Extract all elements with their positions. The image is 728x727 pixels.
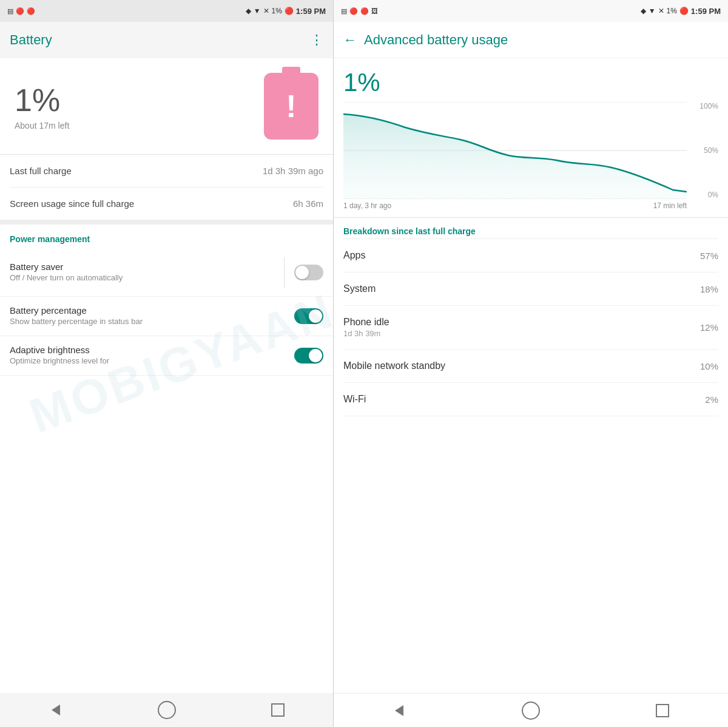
nav-home-right[interactable] [513, 694, 549, 728]
battery-percent: 1% [15, 82, 69, 118]
left-panel: ▤ 🔴 🔴 ◆ ▼ ✕ 1% 🔴 1:59 PM Battery ⋮ 1% Ab… [0, 0, 334, 727]
chart-label-0: 0% [692, 191, 718, 199]
notification-icon-r1: ▤ [341, 7, 347, 15]
nav-back-left-icon [52, 705, 60, 715]
pm-row-battery-saver: Battery saver Off / Never turn on automa… [0, 249, 333, 297]
breakdown-row-system[interactable]: System 18% [343, 272, 718, 306]
breakdown-apps-label: Apps [343, 250, 365, 261]
chart-label-50: 50% [692, 146, 718, 155]
nav-bar-left [0, 693, 333, 727]
breakdown-system-content: System [343, 283, 376, 294]
info-row-screen-usage: Screen usage since full charge 6h 36m [10, 188, 323, 220]
breakdown-row-mobile-network[interactable]: Mobile network standby 10% [343, 350, 718, 383]
pm-adaptive-subtitle: Optimize brightness level for [10, 356, 294, 367]
adaptive-brightness-toggle[interactable] [294, 348, 323, 364]
signal-icon-r: ◆ [641, 7, 646, 15]
breakdown-apps-value: 57% [700, 251, 718, 261]
breakdown-system-value: 18% [700, 284, 718, 294]
chart-svg-wrapper [343, 102, 687, 199]
pm-row-adaptive-content: Adaptive brightness Optimize brightness … [10, 345, 294, 367]
breakdown-apps-content: Apps [343, 250, 365, 261]
nav-bar-right [334, 693, 728, 727]
battery-percent-status-r: 1% [667, 7, 677, 15]
nav-home-right-icon [522, 702, 540, 720]
nav-recent-left[interactable] [260, 693, 296, 727]
battery-info: 1% About 17m left [15, 82, 69, 130]
pm-battery-saver-title: Battery saver [10, 262, 274, 272]
battery-exclaim: ! [286, 88, 296, 124]
battery-time-left: About 17m left [15, 121, 69, 130]
image-icon-r: 🖼 [371, 7, 378, 15]
status-time-right: 1:59 PM [691, 7, 721, 16]
pm-divider-vertical [284, 257, 285, 288]
wifi-icon-r: ▼ [649, 7, 656, 15]
pm-header: Power management [0, 225, 333, 249]
adaptive-brightness-toggle-knob [309, 349, 322, 362]
battery-svg [343, 102, 687, 199]
status-bar-left: ▤ 🔴 🔴 ◆ ▼ ✕ 1% 🔴 1:59 PM [0, 0, 333, 22]
battery-saver-toggle[interactable] [294, 265, 323, 280]
chart-time-end: 17 min left [653, 201, 687, 210]
pm-row-adaptive-brightness: Adaptive brightness Optimize brightness … [0, 336, 333, 376]
pm-row-battery-pct-content: Battery percentage Show battery percenta… [10, 305, 294, 327]
advanced-battery-title: Advanced battery usage [364, 32, 718, 48]
breakdown-mobile-network-value: 10% [700, 361, 718, 371]
signal-bars-icon: ✕ [263, 7, 269, 15]
back-button[interactable]: ← [343, 32, 357, 48]
info-label-screen-usage: Screen usage since full charge [10, 197, 293, 210]
power-management-section: Power management Battery saver Off / Nev… [0, 225, 333, 693]
breakdown-section: Breakdown since last full charge Apps 57… [334, 218, 728, 693]
status-bar-right-icons: ▤ 🔴 🔴 🖼 [341, 7, 378, 15]
notification-icon-1: ▤ [7, 7, 13, 15]
breakdown-phone-idle-value: 12% [700, 322, 718, 333]
pm-adaptive-title: Adaptive brightness [10, 345, 294, 355]
breakdown-row-apps[interactable]: Apps 57% [343, 239, 718, 272]
pm-row-battery-percentage: Battery percentage Show battery percenta… [0, 297, 333, 336]
breakdown-wifi-value: 2% [705, 394, 718, 405]
chart-time-labels: 1 day, 3 hr ago 17 min left [343, 199, 718, 212]
chart-percent: 1% [343, 68, 718, 97]
pm-battery-saver-subtitle: Off / Never turn on automatically [10, 273, 274, 283]
menu-icon[interactable]: ⋮ [310, 32, 323, 48]
signal-icon: ◆ [246, 7, 251, 15]
nav-back-right[interactable] [381, 694, 417, 728]
chart-section: 1% 100% 50% 0% [334, 58, 728, 217]
breakdown-phone-idle-content: Phone idle 1d 3h 39m [343, 317, 389, 338]
battery-percent-status: 1% [272, 7, 282, 15]
breakdown-row-phone-idle[interactable]: Phone idle 1d 3h 39m 12% [343, 306, 718, 350]
breakdown-system-label: System [343, 283, 376, 294]
battery-percentage-toggle[interactable] [294, 308, 323, 324]
breakdown-phone-idle-sublabel: 1d 3h 39m [343, 329, 389, 338]
breakdown-row-wifi[interactable]: Wi-Fi 2% [343, 383, 718, 416]
nav-back-left[interactable] [38, 693, 74, 727]
status-bar-left-icons: ▤ 🔴 🔴 [7, 7, 35, 15]
info-row-last-charge: Last full charge 1d 3h 39m ago [10, 155, 323, 188]
battery-icon: ! [264, 73, 318, 140]
battery-percentage-toggle-knob [309, 309, 322, 323]
reddit-icon-1: 🔴 [16, 7, 24, 15]
breakdown-phone-idle-label: Phone idle [343, 317, 389, 328]
advanced-toolbar: ← Advanced battery usage [334, 22, 728, 58]
breakdown-wifi-label: Wi-Fi [343, 394, 366, 405]
wifi-icon: ▼ [254, 7, 261, 15]
chart-y-labels: 100% 50% 0% [689, 102, 718, 199]
breakdown-mobile-network-content: Mobile network standby [343, 360, 445, 371]
nav-home-left[interactable] [149, 693, 185, 727]
status-time-left: 1:59 PM [296, 7, 326, 16]
reddit-icon-r1: 🔴 [349, 7, 358, 15]
pm-row-battery-saver-content: Battery saver Off / Never turn on automa… [10, 262, 274, 283]
battery-title: Battery [10, 32, 310, 48]
battery-chart: 100% 50% 0% [343, 102, 718, 199]
info-value-last-charge: 1d 3h 39m ago [263, 166, 323, 176]
reddit-icon-2: 🔴 [27, 7, 35, 15]
nav-back-right-icon [395, 705, 403, 716]
battery-warning-icon-r: 🔴 [679, 7, 689, 15]
battery-saver-toggle-knob [295, 266, 309, 279]
reddit-icon-r2: 🔴 [360, 7, 369, 15]
nav-recent-right[interactable] [644, 694, 681, 728]
pm-battery-pct-subtitle: Show battery percentage in status bar [10, 317, 294, 327]
nav-recent-left-icon [271, 703, 285, 717]
breakdown-mobile-network-label: Mobile network standby [343, 360, 445, 371]
chart-label-100: 100% [692, 102, 718, 110]
breakdown-wifi-content: Wi-Fi [343, 394, 366, 405]
